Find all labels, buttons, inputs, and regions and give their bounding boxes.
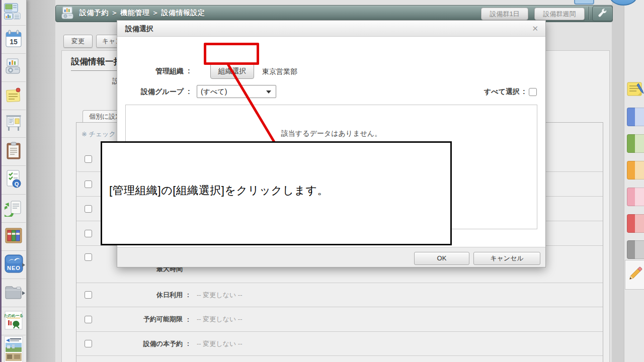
org-value: 東京営業部 [262,67,297,76]
org-select-button[interactable]: 組織選択 [210,63,254,79]
row-checkbox[interactable] [85,291,92,299]
row-colon: : [183,291,194,299]
edit-pencil-panel[interactable] [625,260,644,290]
facility-module-icon [60,7,75,22]
breadcrumb: 設備予約 ＞ 機能管理 ＞ 設備情報設定 [79,9,205,18]
close-icon[interactable]: ✕ [532,24,538,33]
chevron-down-icon [266,90,271,94]
label-swatch-pink[interactable] [627,188,644,206]
circulation-arrow-icon [5,199,23,219]
dialog-cancel-button[interactable]: キャンセル [473,252,540,265]
row-checkbox[interactable] [85,340,92,347]
sidebar-item-circulation[interactable] [2,195,26,223]
sidebar-item-tanomail[interactable]: たのめーる [2,307,26,335]
calendar-icon: 15 [5,29,22,50]
left-app-dock: 15 Q NEO たのめーる [0,0,27,362]
whiteboard-icon [5,114,23,133]
row-label: 休日利用 [107,291,183,300]
sidebar-item-safety-clipboard[interactable] [2,138,26,166]
ad-banner-icon [4,336,23,362]
row-checkbox[interactable] [85,230,92,237]
change-button[interactable]: 変更 [63,35,93,48]
select-all-label: すべて選択 [469,87,520,97]
dialog-title-bar: 設備選択 ✕ [117,21,545,37]
wrench-icon [598,8,608,20]
select-all-checkbox[interactable] [529,88,537,96]
row-value: -- 変更しない -- [197,339,242,348]
clipboard-icon [6,142,22,162]
sidebar-item-folder[interactable] [2,279,26,307]
org-colon: : [188,67,190,75]
setting-row-reservation-limit: 予約可能期限 : -- 変更しない -- [76,307,603,331]
setting-row-holiday-use: 休日利用 : -- 変更しない -- [76,283,603,307]
select-value: (すべて) [201,87,227,96]
setting-row-main-reservation: 設備の本予約 : -- 変更しない -- [76,331,603,356]
row-checkbox[interactable] [85,253,92,261]
dialog-footer: OK キャンセル [117,247,545,267]
binder-shelf-icon [5,227,23,246]
label-swatch-red[interactable] [627,214,644,233]
tutorial-text: [管理組織]の[組織選択]をクリックします。 [109,183,329,198]
tanomail-logo-icon: たのめーる [4,310,23,332]
sidebar-item-neo[interactable]: NEO [2,251,26,279]
note-shortcut-icon[interactable] [626,80,644,101]
settings-wrench-button[interactable] [592,6,613,21]
sidebar-item-survey[interactable]: Q [2,166,26,195]
neo-app-icon: NEO [5,254,23,275]
row-checkbox[interactable] [85,180,92,188]
row-value: -- 変更しない -- [197,291,242,300]
sidebar-item-facility-reservation[interactable] [2,54,26,82]
sidebar-item-bulletin-board[interactable] [2,110,26,138]
group-label: 設備グループ [127,87,184,97]
label-swatch-gray[interactable] [627,240,644,259]
label-swatch-orange[interactable] [627,161,644,179]
label-swatch-green[interactable] [627,134,644,153]
svg-text:NEO: NEO [7,265,21,271]
tutorial-highlight-box [204,43,259,65]
sidebar-item-portal[interactable] [2,0,26,26]
sidebar-item-schedule[interactable]: 15 [2,26,26,54]
check-note: ※ チェック [82,130,116,139]
group-colon: : [188,87,190,96]
tutorial-annotation: [管理組織]の[組織選択]をクリックします。 [101,141,452,245]
row-colon: : [183,316,194,323]
portal-icon [4,3,23,22]
ok-button[interactable]: OK [414,252,469,265]
expand-arrow-icon[interactable] [22,263,25,267]
sidebar-item-memo[interactable] [2,82,26,110]
partial-toolbar-icon [574,0,594,5]
facility-group-select[interactable]: (すべて) [197,85,276,98]
org-label: 管理組織 [127,67,184,76]
row-checkbox[interactable] [85,155,92,163]
survey-q-icon: Q [5,169,22,191]
row-checkbox[interactable] [85,205,92,213]
header-separator [589,7,589,20]
right-sidebar-strip [624,0,644,362]
svg-text:Q: Q [15,181,19,187]
select-all-colon: : [523,87,525,96]
row-colon: : [183,340,194,347]
sidebar-item-ad-banner[interactable] [2,335,26,362]
svg-text:たのめーる: たのめーる [4,313,23,318]
sidebar-item-document-cabinet[interactable] [2,223,26,251]
svg-text:15: 15 [10,38,18,46]
projector-chart-icon [4,58,23,78]
dialog-title: 設備選択 [125,25,153,34]
folder-icon [4,284,23,302]
facility-group-day-button[interactable]: 設備群1日 [481,8,528,20]
empty-message: 該当するデータはありません。 [126,129,537,138]
expand-arrow-icon[interactable] [22,291,25,295]
sticky-note-pin-icon [5,86,22,106]
label-swatch-blue[interactable] [627,108,644,126]
row-label: 予約可能期限 [107,315,183,324]
pencil-icon [627,266,643,284]
row-value: -- 変更しない -- [197,315,242,324]
facility-group-week-button[interactable]: 設備群週間 [534,8,585,20]
row-checkbox[interactable] [85,316,92,323]
row-label: 設備の本予約 [107,339,183,348]
